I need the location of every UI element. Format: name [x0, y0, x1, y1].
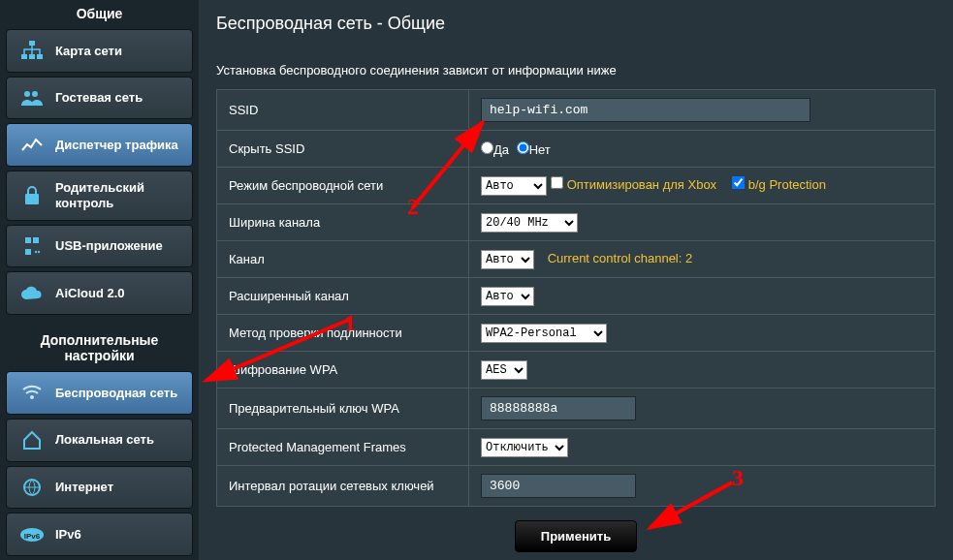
sidebar-item-network-map[interactable]: Карта сети: [6, 29, 193, 73]
hide-ssid-label: Скрыть SSID: [217, 131, 469, 168]
svg-point-8: [38, 251, 40, 253]
psk-label: Предварительный ключ WPA: [217, 389, 469, 429]
ssid-label: SSID: [217, 90, 469, 131]
home-icon: [18, 428, 46, 451]
wifi-icon: [18, 381, 46, 404]
svg-point-4: [24, 91, 30, 97]
sidebar-label: AiCloud 2.0: [55, 286, 125, 301]
psk-input[interactable]: [481, 396, 636, 420]
rekey-input[interactable]: [481, 474, 636, 498]
sidebar-item-traffic-manager[interactable]: Диспетчер трафика: [6, 123, 193, 167]
sidebar-label: Интернет: [55, 480, 113, 495]
hide-no-label: Нет: [529, 142, 551, 157]
mode-select[interactable]: Авто: [481, 176, 547, 196]
control-channel-text: Current control channel: 2: [548, 251, 693, 265]
channel-label: Канал: [217, 241, 469, 278]
apply-button[interactable]: Применить: [515, 520, 637, 552]
settings-table: SSID Скрыть SSID Да Нет Режим беспроводн…: [216, 89, 936, 507]
sidebar-item-wireless[interactable]: Беспроводная сеть: [6, 371, 193, 415]
sidebar-header-general: Общие: [6, 0, 193, 29]
sidebar-label: Родительский контроль: [55, 180, 180, 210]
svg-text:IPv6: IPv6: [24, 532, 41, 541]
sidebar-label: IPv6: [55, 527, 81, 543]
traffic-icon: [18, 134, 46, 157]
sidebar-item-parental-control[interactable]: Родительский контроль: [6, 171, 193, 221]
sidebar-item-usb-app[interactable]: USB-приложение: [6, 225, 193, 268]
svg-point-7: [35, 251, 37, 253]
pmf-select[interactable]: Отключить: [481, 438, 568, 457]
hide-yes-label: Да: [493, 142, 509, 157]
bg-label: b/g Protection: [748, 177, 826, 192]
enc-select[interactable]: AES: [481, 360, 527, 380]
ipv6-icon: IPv6: [18, 523, 46, 546]
sidebar-label: Карта сети: [55, 44, 122, 59]
sidebar-item-guest-network[interactable]: Гостевая сеть: [6, 77, 193, 120]
page-subtitle: Установка беспроводного соединения завис…: [216, 63, 936, 78]
ssid-input[interactable]: [481, 98, 810, 122]
sidebar-label: Гостевая сеть: [55, 90, 143, 106]
sidebar-item-aicloud[interactable]: AiCloud 2.0: [6, 271, 193, 315]
page-title: Беспроводная сеть - Общие: [216, 14, 936, 34]
auth-select[interactable]: WPA2-Personal: [481, 324, 607, 343]
bg-protection-checkbox[interactable]: [732, 176, 745, 189]
xbox-checkbox[interactable]: [551, 176, 563, 189]
sidebar-label: Диспетчер трафика: [55, 138, 178, 153]
sidebar: Общие Карта сети Гостевая сеть Диспетчер…: [0, 0, 199, 560]
main-panel: Беспроводная сеть - Общие Установка бесп…: [199, 0, 953, 560]
sidebar-item-internet[interactable]: Интернет: [6, 466, 193, 510]
ext-channel-label: Расширенный канал: [217, 278, 469, 315]
width-select[interactable]: 20/40 MHz: [481, 213, 578, 233]
usb-icon: [18, 234, 46, 258]
svg-rect-0: [29, 41, 35, 46]
cloud-icon: [18, 282, 46, 305]
ext-channel-select[interactable]: Авто: [481, 287, 534, 306]
svg-rect-6: [25, 194, 39, 204]
sidebar-item-ipv6[interactable]: IPv6 IPv6: [6, 513, 193, 556]
globe-icon: [18, 476, 46, 499]
svg-rect-2: [29, 54, 35, 59]
apply-row: Применить: [216, 507, 936, 552]
svg-point-5: [32, 91, 38, 97]
sidebar-label: Локальная сеть: [55, 432, 154, 448]
lock-icon: [18, 184, 46, 207]
sitemap-icon: [18, 39, 46, 62]
xbox-label: Оптимизирован для Xbox: [567, 177, 716, 192]
sidebar-label: Беспроводная сеть: [55, 386, 177, 401]
users-icon: [18, 86, 46, 109]
width-label: Ширина канала: [217, 204, 469, 241]
rekey-label: Интервал ротации сетевых ключей: [217, 466, 469, 507]
svg-point-9: [30, 395, 34, 399]
channel-select[interactable]: Авто: [481, 250, 534, 269]
mode-label: Режим беспроводной сети: [217, 168, 469, 204]
svg-rect-1: [21, 54, 27, 59]
svg-rect-3: [37, 54, 43, 59]
hide-ssid-no-radio[interactable]: [517, 141, 529, 154]
pmf-label: Protected Management Frames: [217, 429, 469, 466]
sidebar-header-advanced: Дополнительные настройки: [6, 327, 193, 371]
sidebar-item-lan[interactable]: Локальная сеть: [6, 419, 193, 462]
auth-label: Метод проверки подлинности: [217, 315, 469, 352]
hide-ssid-yes-radio[interactable]: [481, 141, 493, 154]
enc-label: Шифрование WPA: [217, 352, 469, 389]
sidebar-label: USB-приложение: [55, 238, 163, 254]
